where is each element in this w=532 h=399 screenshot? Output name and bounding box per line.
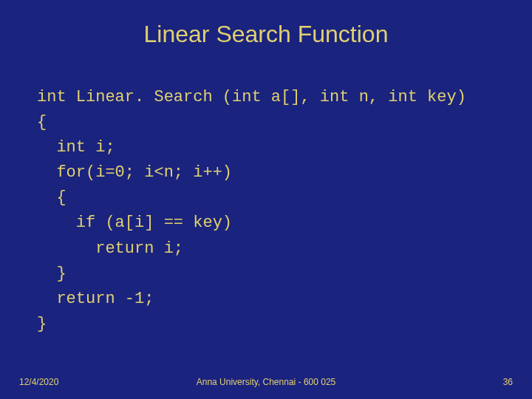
code-line: } xyxy=(37,265,66,283)
code-line: { xyxy=(37,113,47,132)
code-line: int Linear. Search (int a[], int n, int … xyxy=(37,88,466,106)
slide-title: Linear Search Function xyxy=(0,0,532,48)
code-line: int i; xyxy=(37,138,115,157)
code-line: } xyxy=(37,315,47,333)
footer: 12/4/2020 Anna University, Chennai - 600… xyxy=(0,377,532,387)
code-line: return i; xyxy=(37,239,183,258)
code-line: { xyxy=(37,188,66,207)
footer-date: 12/4/2020 xyxy=(19,377,58,387)
footer-org: Anna University, Chennai - 600 025 xyxy=(0,377,532,387)
code-line: if (a[i] == key) xyxy=(37,214,232,232)
code-line: return -1; xyxy=(37,290,154,308)
footer-page-number: 36 xyxy=(503,377,513,387)
code-line: for(i=0; i<n; i++) xyxy=(37,163,232,182)
code-block: int Linear. Search (int a[], int n, int … xyxy=(37,85,532,337)
